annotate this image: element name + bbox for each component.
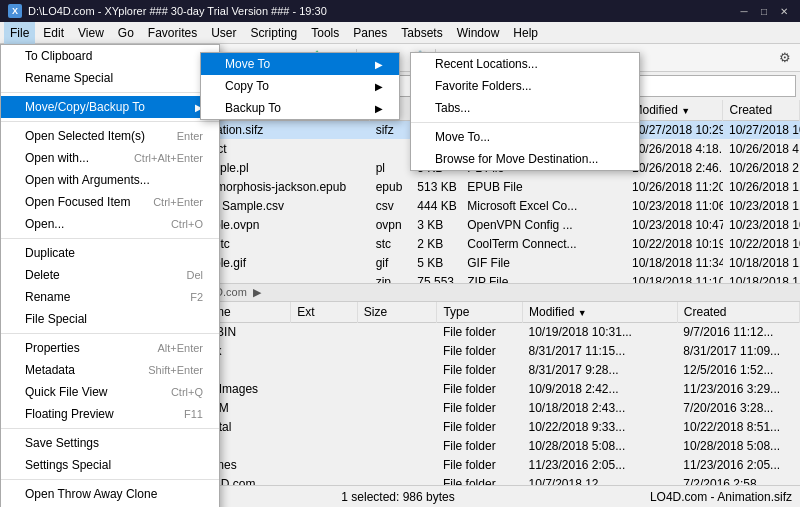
menu-properties[interactable]: Properties Alt+Enter: [1, 337, 219, 359]
cell-created: 12/5/2016 1:52...: [677, 360, 799, 379]
table-row[interactable]: 5 DCIM File folder 10/18/2018 2:43... 7/…: [150, 398, 800, 417]
cell-created: 7/20/2016 3:28...: [677, 398, 799, 417]
col-created-bottom[interactable]: Created: [677, 302, 799, 323]
menu-open-with-args[interactable]: Open with Arguments...: [1, 169, 219, 191]
maximize-button[interactable]: □: [756, 3, 772, 19]
table-row[interactable]: item - Metamorphosis-jackson.epub epub 5…: [150, 178, 800, 197]
cell-modified: 10/23/2018 10:47...: [626, 216, 723, 235]
sep6: [1, 479, 219, 480]
menu-file[interactable]: File: [4, 22, 35, 44]
menu-quick-view[interactable]: Quick File View Ctrl+Q: [1, 381, 219, 403]
col-ext-bottom[interactable]: Ext: [291, 302, 358, 323]
col-size-bottom[interactable]: Size: [357, 302, 437, 323]
cell-modified: 10/18/2018 11:10...: [626, 273, 723, 284]
cell-ext: gif: [370, 254, 412, 273]
table-row[interactable]: item.zip zip 75,553 ZIP File 10/18/2018 …: [150, 273, 800, 284]
col-modified-bottom[interactable]: Modified ▼: [522, 302, 677, 323]
col-modified-top[interactable]: Modified ▼: [626, 100, 723, 121]
sep1: [1, 92, 219, 93]
table-row[interactable]: 4 CD Images File folder 10/9/2018 2:42..…: [150, 379, 800, 398]
submenu2-recent[interactable]: Recent Locations...: [411, 53, 639, 75]
menu-user[interactable]: User: [205, 22, 242, 44]
shortcut-quick-view: Ctrl+Q: [171, 386, 203, 398]
table-row[interactable]: item - Sample.ovpn ovpn 3 KB OpenVPN Con…: [150, 216, 800, 235]
cell-ext: [291, 455, 358, 474]
menu-favorites[interactable]: Favorites: [142, 22, 203, 44]
pane-divider: (D:) ▶ LO4D.com ▶: [150, 284, 800, 302]
cell-created: 10/23/2018 11:06...: [723, 197, 800, 216]
cell-size: 2 KB: [411, 235, 461, 254]
tb-settings[interactable]: ⚙: [774, 47, 796, 69]
table-row[interactable]: 2 Disk File folder 8/31/2017 11:15... 8/…: [150, 341, 800, 360]
cell-modified: 10/9/2018 2:42...: [522, 379, 677, 398]
menu-rename-special[interactable]: Rename Special: [1, 67, 219, 89]
submenu2-favorite[interactable]: Favorite Folders...: [411, 75, 639, 97]
menu-tabsets[interactable]: Tabsets: [395, 22, 448, 44]
cell-type: File folder: [437, 341, 523, 360]
menu-panes[interactable]: Panes: [347, 22, 393, 44]
table-row[interactable]: 3 File folder 8/31/2017 9:28... 12/5/201…: [150, 360, 800, 379]
submenu2-browse[interactable]: Browse for Move Destination...: [411, 148, 639, 170]
menu-open-selected[interactable]: Open Selected Item(s) Enter: [1, 125, 219, 147]
cell-size: [357, 379, 437, 398]
cell-ext: csv: [370, 197, 412, 216]
cell-created: 10/26/2018 4:18...: [723, 140, 800, 159]
cell-created: 10/28/2018 5:08...: [677, 436, 799, 455]
sep4: [1, 333, 219, 334]
menu-delete[interactable]: Delete Del: [1, 264, 219, 286]
menu-view[interactable]: View: [72, 22, 110, 44]
menu-settings-special[interactable]: Settings Special: [1, 454, 219, 476]
cell-created: 10/26/2018 2:46...: [723, 159, 800, 178]
menu-open[interactable]: Open... Ctrl+O: [1, 213, 219, 235]
menu-rename[interactable]: Rename F2: [1, 286, 219, 308]
cell-type: File folder: [437, 436, 523, 455]
table-row[interactable]: 7 Film File folder 10/28/2018 5:08... 10…: [150, 436, 800, 455]
menu-file-special[interactable]: File Special: [1, 308, 219, 330]
menu-duplicate[interactable]: Duplicate: [1, 242, 219, 264]
menu-go[interactable]: Go: [112, 22, 140, 44]
menu-to-clipboard[interactable]: To Clipboard: [1, 45, 219, 67]
submenu2-move-to[interactable]: Move To...: [411, 126, 639, 148]
menu-open-throw-clone[interactable]: Open Throw Away Clone: [1, 483, 219, 505]
col-created-top[interactable]: Created: [723, 100, 800, 121]
menu-move-copy-backup[interactable]: Move/Copy/Backup To ▶: [1, 96, 219, 118]
table-row[interactable]: 6 Digital File folder 10/22/2018 9:33...…: [150, 417, 800, 436]
cell-modified: 10/22/2018 9:33...: [522, 417, 677, 436]
cell-ext: [291, 322, 358, 341]
menu-metadata[interactable]: Metadata Shift+Enter: [1, 359, 219, 381]
cell-created: 10/26/2018 11:20...: [723, 178, 800, 197]
shortcut-open: Ctrl+O: [171, 218, 203, 230]
sep5: [1, 428, 219, 429]
table-row[interactable]: item - Test.stc stc 2 KB CoolTerm Connec…: [150, 235, 800, 254]
menu-save-settings[interactable]: Save Settings: [1, 432, 219, 454]
status-file: LO4D.com - Animation.sifz: [650, 490, 792, 504]
menu-help[interactable]: Help: [507, 22, 544, 44]
menu-open-focused[interactable]: Open Focused Item Ctrl+Enter: [1, 191, 219, 213]
shortcut-delete: Del: [186, 269, 203, 281]
minimize-button[interactable]: ─: [736, 3, 752, 19]
table-row[interactable]: 8 Games File folder 11/23/2016 2:05... 1…: [150, 455, 800, 474]
close-button[interactable]: ✕: [776, 3, 792, 19]
table-row[interactable]: 9 LO4D.com File folder 10/7/2018 12... 7…: [150, 474, 800, 485]
submenu1-copy-to[interactable]: Copy To ▶: [201, 75, 399, 97]
col-type-bottom[interactable]: Type: [437, 302, 523, 323]
menu-edit[interactable]: Edit: [37, 22, 70, 44]
menu-window[interactable]: Window: [451, 22, 506, 44]
table-row[interactable]: 1 LE.BIN File folder 10/19/2018 10:31...…: [150, 322, 800, 341]
menu-floating-preview[interactable]: Floating Preview F11: [1, 403, 219, 425]
cell-created: 9/7/2016 11:12...: [677, 322, 799, 341]
cell-modified: 10/28/2018 5:08...: [522, 436, 677, 455]
cell-size: [357, 455, 437, 474]
submenu1-backup-to[interactable]: Backup To ▶: [201, 97, 399, 119]
submenu2-tabs[interactable]: Tabs...: [411, 97, 639, 119]
submenu1-move-to[interactable]: Move To ▶: [201, 53, 399, 75]
table-row[interactable]: item - Maps Sample.csv csv 444 KB Micros…: [150, 197, 800, 216]
cell-modified: 10/18/2018 11:34...: [626, 254, 723, 273]
menu-open-with[interactable]: Open with... Ctrl+Alt+Enter: [1, 147, 219, 169]
menu-scripting[interactable]: Scripting: [245, 22, 304, 44]
menu-tools[interactable]: Tools: [305, 22, 345, 44]
table-row[interactable]: item - Sample.gif gif 5 KB GIF File 10/1…: [150, 254, 800, 273]
cell-size: 5 KB: [411, 254, 461, 273]
cell-ext: [291, 379, 358, 398]
cell-modified: 10/27/2018 10:29...: [626, 121, 723, 140]
